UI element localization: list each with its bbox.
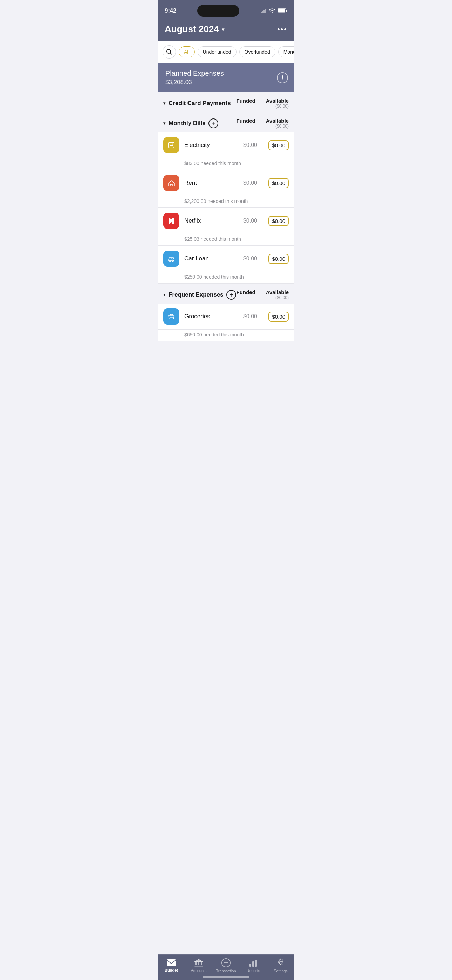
groceries-icon [163, 309, 180, 325]
groceries-name: Groceries [184, 313, 231, 320]
month-selector[interactable]: August 2024 ▾ [165, 24, 224, 35]
car-loan-available: $0.00 [262, 254, 289, 264]
electricity-funded: $0.00 [236, 142, 257, 148]
netflix-item[interactable]: Netflix $0.00 $0.00 [158, 208, 294, 234]
netflix-funded: $0.00 [236, 218, 257, 224]
svg-rect-9 [169, 142, 174, 148]
electricity-needed: $83.00 needed this month [158, 158, 294, 170]
frequent-expenses-add-button[interactable]: + [226, 290, 236, 300]
budget-content: ▾ Credit Card Payments Funded Available … [158, 92, 294, 369]
svg-rect-12 [170, 145, 173, 146]
filter-overfunded[interactable]: Overfunded [239, 46, 275, 57]
month-label: August 2024 [165, 24, 219, 35]
signal-icon [261, 8, 267, 13]
filter-money-available[interactable]: Money Avai [278, 46, 294, 57]
credit-card-available-label: Available [266, 98, 289, 104]
svg-point-11 [172, 144, 173, 145]
filter-underfunded[interactable]: Underfunded [197, 46, 237, 57]
monthly-bills-chevron: ▾ [163, 121, 166, 126]
netflix-needed: $25.03 needed this month [158, 234, 294, 246]
credit-card-available-col: Available ($0.00) [266, 98, 289, 109]
filter-bar: All Underfunded Overfunded Money Avai [158, 41, 294, 63]
svg-line-8 [170, 53, 172, 55]
svg-rect-2 [264, 10, 264, 13]
svg-rect-6 [278, 10, 285, 13]
car-loan-available-badge: $0.00 [268, 254, 289, 264]
svg-rect-1 [262, 11, 263, 13]
groceries-available: $0.00 [262, 312, 289, 322]
credit-card-chevron: ▾ [163, 100, 166, 106]
status-time: 9:42 [165, 7, 176, 14]
frequent-expenses-section-header: ▾ Frequent Expenses + Funded Available (… [158, 283, 294, 304]
svg-rect-5 [286, 10, 287, 12]
groceries-funded: $0.00 [236, 313, 257, 320]
car-loan-funded: $0.00 [236, 256, 257, 262]
frequent-expenses-available-label: Available [266, 289, 289, 295]
rent-needed: $2,200.00 needed this month [158, 196, 294, 208]
planned-info-button[interactable]: i [277, 72, 288, 83]
dynamic-island [197, 5, 239, 17]
rent-name: Rent [184, 180, 231, 186]
netflix-icon [163, 213, 180, 229]
monthly-bills-section-header: ▾ Monthly Bills + Funded Available ($0.0… [158, 112, 294, 132]
monthly-bills-add-button[interactable]: + [208, 118, 218, 128]
electricity-icon [163, 137, 180, 153]
frequent-expenses-available-col: Available ($0.00) [266, 289, 289, 300]
rent-funded: $0.00 [236, 180, 257, 186]
monthly-bills-funded-label: Funded [237, 118, 255, 124]
rent-available: $0.00 [262, 178, 289, 188]
svg-point-7 [167, 49, 170, 53]
svg-rect-3 [265, 9, 266, 13]
electricity-available-badge: $0.00 [268, 140, 289, 150]
monthly-bills-left[interactable]: ▾ Monthly Bills + [163, 118, 218, 128]
planned-expenses-banner: Planned Expenses $3,208.03 i [158, 63, 294, 92]
groceries-needed: $650.00 needed this month [158, 330, 294, 341]
search-button[interactable] [162, 45, 176, 59]
planned-amount: $3,208.03 [166, 79, 224, 86]
header: August 2024 ▾ ••• [158, 20, 294, 41]
frequent-expenses-available-sub: ($0.00) [266, 295, 289, 300]
frequent-expenses-funded-col: Funded [237, 289, 255, 295]
electricity-available: $0.00 [262, 140, 289, 150]
frequent-expenses-left[interactable]: ▾ Frequent Expenses + [163, 290, 236, 300]
rent-item[interactable]: Rent $0.00 $0.00 [158, 170, 294, 196]
netflix-name: Netflix [184, 217, 231, 224]
credit-card-left[interactable]: ▾ Credit Card Payments [163, 100, 231, 107]
groceries-item[interactable]: Groceries $0.00 $0.00 [158, 304, 294, 330]
monthly-bills-available-col: Available ($0.00) [266, 118, 289, 129]
rent-available-badge: $0.00 [268, 178, 289, 188]
search-icon [166, 49, 172, 55]
electricity-name: Electricity [184, 142, 231, 149]
electricity-item[interactable]: Electricity $0.00 $0.00 [158, 132, 294, 158]
credit-card-section-header: ▾ Credit Card Payments Funded Available … [158, 92, 294, 112]
battery-icon [277, 8, 287, 13]
frequent-expenses-right: Funded Available ($0.00) [237, 289, 289, 300]
status-bar: 9:42 [158, 0, 294, 20]
credit-card-funded-label: Funded [237, 98, 255, 104]
frequent-expenses-title: Frequent Expenses [169, 291, 224, 298]
svg-point-10 [170, 144, 170, 145]
netflix-available-badge: $0.00 [268, 216, 289, 226]
netflix-available: $0.00 [262, 216, 289, 226]
credit-card-title: Credit Card Payments [169, 100, 231, 107]
monthly-bills-title: Monthly Bills [169, 120, 206, 127]
svg-rect-0 [261, 12, 262, 13]
monthly-bills-available-label: Available [266, 118, 289, 124]
frequent-expenses-funded-label: Funded [237, 289, 255, 295]
car-loan-name: Car Loan [184, 255, 231, 262]
planned-text: Planned Expenses $3,208.03 [166, 69, 224, 86]
credit-card-right: Funded Available ($0.00) [237, 98, 289, 109]
month-chevron: ▾ [222, 27, 224, 32]
status-icons [261, 8, 287, 13]
filter-all[interactable]: All [179, 46, 195, 57]
car-loan-needed: $250.00 needed this month [158, 272, 294, 283]
monthly-bills-available-sub: ($0.00) [266, 124, 289, 129]
more-menu-button[interactable]: ••• [277, 25, 287, 34]
frequent-expenses-chevron: ▾ [163, 292, 166, 297]
credit-card-funded-col: Funded [237, 98, 255, 104]
car-loan-item[interactable]: Car Loan $0.00 $0.00 [158, 246, 294, 272]
groceries-available-badge: $0.00 [268, 312, 289, 322]
rent-icon [163, 175, 180, 191]
credit-card-available-sub: ($0.00) [266, 104, 289, 109]
planned-title: Planned Expenses [166, 69, 224, 78]
